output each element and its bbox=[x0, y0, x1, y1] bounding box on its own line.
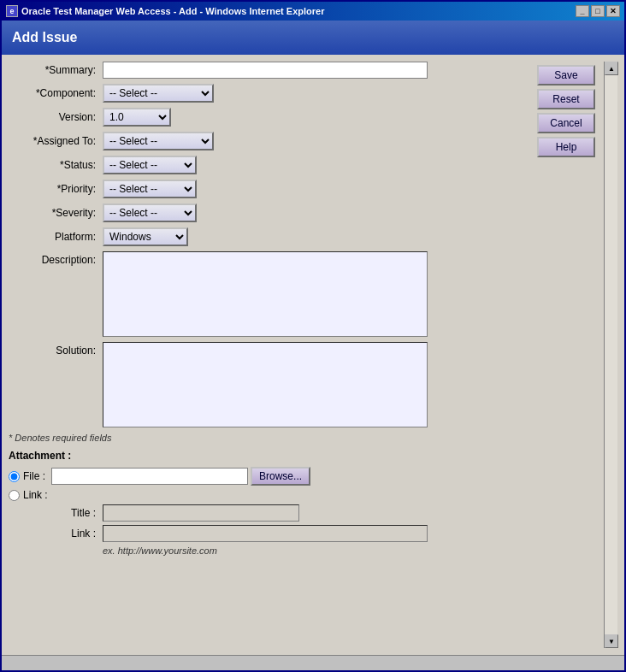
title-bar: e Oracle Test Manager Web Access - Add -… bbox=[2, 2, 624, 21]
link-radio-row: Link : bbox=[9, 489, 530, 501]
severity-label: *Severity: bbox=[9, 207, 103, 219]
content-area: *Summary: *Component: -- Select -- Versi… bbox=[2, 55, 624, 655]
platform-select[interactable]: Windows bbox=[103, 227, 188, 246]
title-input[interactable] bbox=[103, 504, 299, 522]
assigned-to-select[interactable]: -- Select -- bbox=[103, 132, 214, 150]
summary-row: *Summary: bbox=[9, 62, 530, 79]
browser-window: e Oracle Test Manager Web Access - Add -… bbox=[0, 0, 626, 672]
window-title: Oracle Test Manager Web Access - Add - W… bbox=[21, 6, 324, 16]
version-row: Version: 1.0 bbox=[9, 108, 530, 127]
platform-row: Platform: Windows bbox=[9, 227, 530, 246]
buttons-panel: Save Reset Cancel Help bbox=[537, 62, 597, 648]
version-select[interactable]: 1.0 bbox=[103, 108, 171, 127]
cancel-button[interactable]: Cancel bbox=[537, 113, 595, 133]
status-row: *Status: -- Select -- bbox=[9, 156, 530, 174]
file-path-input[interactable] bbox=[51, 468, 248, 485]
window-controls: _ □ ✕ bbox=[576, 5, 620, 17]
priority-label: *Priority: bbox=[9, 183, 103, 195]
component-row: *Component: -- Select -- bbox=[9, 84, 530, 103]
summary-input[interactable] bbox=[103, 62, 428, 79]
severity-select[interactable]: -- Select -- bbox=[103, 203, 197, 222]
attachment-title: Attachment : bbox=[9, 450, 530, 462]
link-input[interactable] bbox=[103, 525, 428, 542]
attachment-section: Attachment : File : Browse... Link : bbox=[9, 450, 530, 556]
solution-label: Solution: bbox=[9, 342, 103, 357]
description-container: Description: bbox=[9, 251, 530, 337]
save-button[interactable]: Save bbox=[537, 65, 595, 85]
assigned-to-row: *Assigned To: -- Select -- bbox=[9, 132, 530, 150]
summary-label: *Summary: bbox=[9, 64, 103, 76]
platform-label: Platform: bbox=[9, 231, 103, 243]
right-scrollbar[interactable]: ▲ ▼ bbox=[604, 62, 617, 648]
solution-textarea[interactable] bbox=[103, 342, 428, 427]
link-row: Link : bbox=[9, 525, 530, 542]
scroll-up-arrow[interactable]: ▲ bbox=[605, 62, 618, 75]
component-label: *Component: bbox=[9, 87, 103, 99]
scroll-track bbox=[605, 75, 617, 634]
description-textarea[interactable] bbox=[103, 251, 428, 337]
title-label: Title : bbox=[9, 507, 103, 519]
file-radio-label: File : bbox=[23, 470, 45, 482]
component-select[interactable]: -- Select -- bbox=[103, 84, 214, 103]
help-button[interactable]: Help bbox=[537, 137, 595, 157]
link-field-label: Link : bbox=[9, 528, 103, 539]
minimize-button[interactable]: _ bbox=[576, 5, 589, 17]
file-radio-row: File : Browse... bbox=[9, 467, 530, 486]
maximize-button[interactable]: □ bbox=[591, 5, 605, 17]
required-note: * Denotes required fields bbox=[9, 433, 530, 443]
link-radio[interactable] bbox=[9, 490, 20, 501]
browse-button[interactable]: Browse... bbox=[251, 467, 310, 486]
page-title: Add Issue bbox=[12, 30, 77, 45]
title-bar-left: e Oracle Test Manager Web Access - Add -… bbox=[6, 5, 324, 17]
description-label: Description: bbox=[9, 251, 103, 266]
close-button[interactable]: ✕ bbox=[606, 5, 620, 17]
title-row: Title : bbox=[9, 504, 530, 522]
file-radio[interactable] bbox=[9, 471, 20, 482]
page-header: Add Issue bbox=[2, 21, 624, 55]
status-bar bbox=[2, 655, 624, 670]
reset-button[interactable]: Reset bbox=[537, 89, 595, 109]
severity-row: *Severity: -- Select -- bbox=[9, 203, 530, 222]
priority-row: *Priority: -- Select -- bbox=[9, 180, 530, 198]
status-select[interactable]: -- Select -- bbox=[103, 156, 197, 174]
form-section: *Summary: *Component: -- Select -- Versi… bbox=[9, 62, 530, 648]
priority-select[interactable]: -- Select -- bbox=[103, 180, 197, 198]
scroll-down-arrow[interactable]: ▼ bbox=[605, 634, 618, 648]
link-example: ex. http://www.yoursite.com bbox=[103, 545, 530, 556]
browser-icon: e bbox=[6, 5, 18, 17]
assigned-to-label: *Assigned To: bbox=[9, 135, 103, 147]
solution-container: Solution: bbox=[9, 342, 530, 427]
link-radio-label: Link : bbox=[23, 489, 48, 501]
status-label: *Status: bbox=[9, 159, 103, 171]
version-label: Version: bbox=[9, 111, 103, 123]
